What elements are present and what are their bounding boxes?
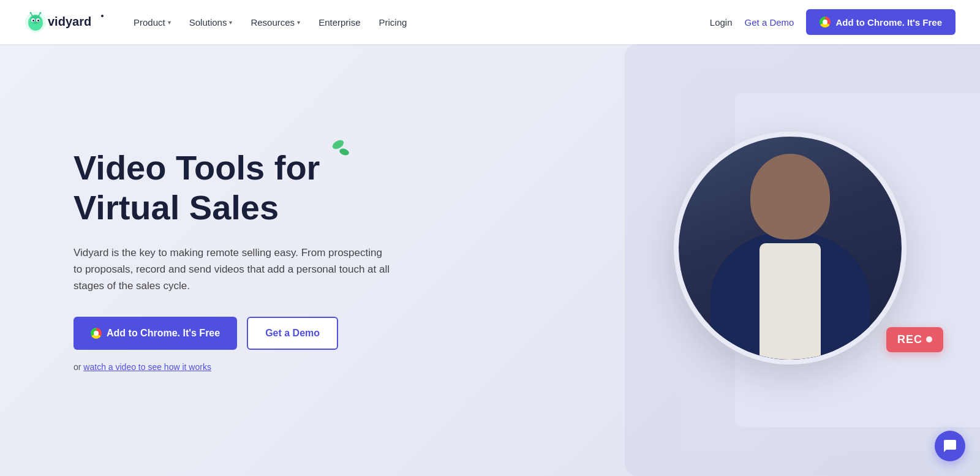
hero-headline: Video Tools for Virtual Sales bbox=[74, 148, 453, 227]
chevron-down-icon: ▾ bbox=[297, 19, 300, 26]
chrome-icon bbox=[820, 17, 831, 28]
nav-resources[interactable]: Resources ▾ bbox=[243, 12, 307, 32]
hero-video-area: REC bbox=[674, 132, 931, 389]
svg-text:vidyard: vidyard bbox=[48, 15, 91, 28]
person-shirt bbox=[760, 243, 821, 360]
rec-badge: REC bbox=[886, 327, 943, 352]
chevron-down-icon: ▾ bbox=[229, 19, 232, 26]
person-head bbox=[750, 154, 830, 240]
nav-right: Login Get a Demo Add to Chrome. It's Fre… bbox=[710, 9, 956, 35]
chat-button[interactable] bbox=[935, 431, 965, 461]
headline-line1: Video Tools for bbox=[74, 148, 320, 187]
nav-product[interactable]: Product ▾ bbox=[126, 12, 178, 32]
svg-point-14 bbox=[339, 148, 349, 157]
login-link[interactable]: Login bbox=[710, 17, 733, 28]
hero-content: Video Tools for Virtual Sales Vidyard is… bbox=[74, 148, 453, 371]
chevron-down-icon: ▾ bbox=[168, 19, 171, 26]
chrome-icon-hero bbox=[91, 328, 102, 339]
headline-line2: Virtual Sales bbox=[74, 188, 279, 227]
navigation: vidyard Product ▾ Solutions ▾ Resources … bbox=[0, 0, 980, 44]
nav-links: Product ▾ Solutions ▾ Resources ▾ Enterp… bbox=[126, 12, 710, 32]
hero-section: Video Tools for Virtual Sales Vidyard is… bbox=[0, 44, 980, 476]
nav-enterprise[interactable]: Enterprise bbox=[311, 12, 368, 32]
person-video bbox=[679, 137, 902, 360]
hero-watch-video: or watch a video to see how it works bbox=[74, 362, 453, 372]
svg-point-5 bbox=[32, 20, 34, 21]
chat-icon bbox=[943, 439, 957, 453]
nav-pricing[interactable]: Pricing bbox=[372, 12, 415, 32]
add-to-chrome-button-hero[interactable]: Add to Chrome. It's Free bbox=[74, 317, 237, 350]
hero-subtext: Vidyard is the key to making remote sell… bbox=[74, 244, 392, 295]
nav-solutions[interactable]: Solutions ▾ bbox=[182, 12, 240, 32]
leaf-decoration-icon bbox=[320, 137, 349, 162]
video-circle[interactable] bbox=[674, 132, 907, 365]
hero-buttons: Add to Chrome. It's Free Get a Demo bbox=[74, 317, 453, 350]
watch-video-link[interactable]: watch a video to see how it works bbox=[83, 362, 211, 372]
get-demo-button-hero[interactable]: Get a Demo bbox=[247, 317, 338, 350]
add-to-chrome-button-nav[interactable]: Add to Chrome. It's Free bbox=[806, 9, 956, 35]
logo[interactable]: vidyard bbox=[24, 11, 104, 33]
svg-point-6 bbox=[37, 20, 39, 21]
svg-point-10 bbox=[40, 12, 42, 14]
rec-dot-icon bbox=[926, 336, 932, 342]
svg-point-8 bbox=[30, 12, 32, 14]
get-demo-link[interactable]: Get a Demo bbox=[745, 17, 794, 28]
svg-point-12 bbox=[101, 15, 104, 17]
